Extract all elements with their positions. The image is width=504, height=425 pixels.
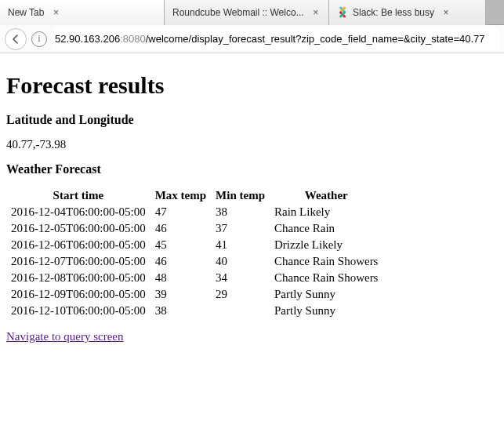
cell-max: 47 [150, 204, 211, 220]
cell-max: 38 [150, 303, 211, 319]
forecast-tbody: 2016-12-04T06:00:00-05:004738Rain Likely… [6, 204, 383, 319]
tab-2[interactable]: Slack: Be less busy × [329, 0, 486, 25]
cell-start: 2016-12-06T06:00:00-05:00 [6, 237, 150, 253]
site-info-icon[interactable]: i [31, 31, 47, 47]
section-latlon-heading: Latitude and Longitude [6, 113, 498, 127]
section-forecast-heading: Weather Forecast [6, 162, 498, 176]
nav-toolbar: i 52.90.163.206:8080/welcome/display_for… [0, 25, 504, 53]
cell-min [211, 303, 270, 319]
cell-max: 46 [150, 253, 211, 270]
slack-favicon-icon [337, 7, 348, 18]
cell-min: 37 [211, 220, 270, 237]
cell-weather: Rain Likely [270, 204, 383, 220]
address-bar[interactable]: 52.90.163.206:8080/welcome/display_forec… [52, 28, 499, 50]
page-content: Forecast results Latitude and Longitude … [0, 53, 504, 343]
col-max-temp: Max temp [150, 187, 211, 204]
latlon-value: 40.77,-73.98 [6, 138, 498, 151]
cell-weather: Drizzle Likely [270, 237, 383, 253]
cell-start: 2016-12-09T06:00:00-05:00 [6, 286, 150, 303]
navigate-query-link[interactable]: Navigate to query screen [6, 330, 124, 343]
url-host: 52.90.163.206 [55, 33, 120, 45]
cell-weather: Partly Sunny [270, 286, 383, 303]
cell-min: 40 [211, 253, 270, 270]
cell-max: 45 [150, 237, 211, 253]
tab-bar: New Tab × Roundcube Webmail :: Welco... … [0, 0, 504, 25]
page-title: Forecast results [6, 72, 498, 99]
cell-weather: Chance Rain [270, 220, 383, 237]
table-header-row: Start time Max temp Min temp Weather [6, 187, 383, 204]
cell-max: 48 [150, 270, 211, 286]
cell-weather: Chance Rain Showers [270, 270, 383, 286]
tab-0[interactable]: New Tab × [0, 0, 165, 25]
cell-start: 2016-12-10T06:00:00-05:00 [6, 303, 150, 319]
cell-start: 2016-12-04T06:00:00-05:00 [6, 204, 150, 220]
col-weather: Weather [270, 187, 383, 204]
tab-label: Slack: Be less busy [353, 7, 434, 18]
col-start-time: Start time [6, 187, 150, 204]
tab-label: Roundcube Webmail :: Welco... [172, 7, 304, 18]
cell-min: 41 [211, 237, 270, 253]
back-button[interactable] [5, 28, 27, 50]
close-icon[interactable]: × [441, 7, 451, 18]
close-icon[interactable]: × [50, 7, 61, 18]
cell-min: 34 [211, 270, 270, 286]
arrow-left-icon [10, 34, 21, 45]
table-row: 2016-12-05T06:00:00-05:004637Chance Rain [6, 220, 383, 237]
table-row: 2016-12-07T06:00:00-05:004640Chance Rain… [6, 253, 383, 270]
cell-start: 2016-12-07T06:00:00-05:00 [6, 253, 150, 270]
table-row: 2016-12-09T06:00:00-05:003929Partly Sunn… [6, 286, 383, 303]
col-min-temp: Min temp [211, 187, 270, 204]
table-row: 2016-12-10T06:00:00-05:0038Partly Sunny [6, 303, 383, 319]
cell-start: 2016-12-08T06:00:00-05:00 [6, 270, 150, 286]
cell-start: 2016-12-05T06:00:00-05:00 [6, 220, 150, 237]
tab-1[interactable]: Roundcube Webmail :: Welco... × [165, 0, 329, 25]
cell-min: 38 [211, 204, 270, 220]
forecast-table: Start time Max temp Min temp Weather 201… [6, 187, 383, 319]
close-icon[interactable]: × [310, 7, 321, 18]
cell-weather: Partly Sunny [270, 303, 383, 319]
cell-min: 29 [211, 286, 270, 303]
table-row: 2016-12-04T06:00:00-05:004738Rain Likely [6, 204, 383, 220]
tab-label: New Tab [8, 7, 44, 18]
table-row: 2016-12-08T06:00:00-05:004834Chance Rain… [6, 270, 383, 286]
cell-weather: Chance Rain Showers [270, 253, 383, 270]
url-path: /welcome/display_forecast_result?zip_cod… [146, 33, 485, 45]
url-port: :8080 [120, 33, 146, 45]
cell-max: 46 [150, 220, 211, 237]
table-row: 2016-12-06T06:00:00-05:004541Drizzle Lik… [6, 237, 383, 253]
cell-max: 39 [150, 286, 211, 303]
